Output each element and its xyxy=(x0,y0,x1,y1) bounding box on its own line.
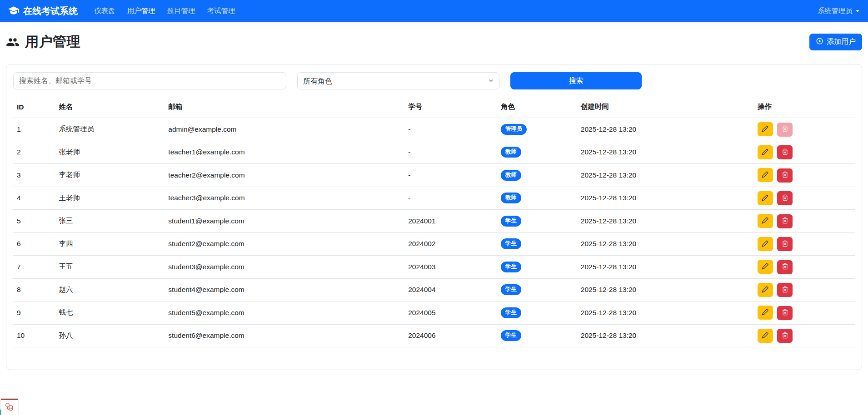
role-badge: 学生 xyxy=(501,238,521,249)
trash-icon xyxy=(782,171,788,179)
search-col xyxy=(8,72,292,89)
trash-icon xyxy=(782,125,788,133)
col-header-role: 角色 xyxy=(497,96,577,118)
cell-email: student6@example.com xyxy=(165,324,404,347)
edit-button[interactable] xyxy=(758,260,773,274)
cell-student-no: 2024001 xyxy=(404,210,497,233)
cell-name: 孙八 xyxy=(55,324,165,347)
role-select[interactable]: 所有角色 xyxy=(297,72,499,89)
nav-item-exams[interactable]: 考试管理 xyxy=(203,3,240,20)
cell-email: student5@example.com xyxy=(165,301,404,325)
search-input[interactable] xyxy=(13,72,286,89)
delete-button[interactable] xyxy=(777,214,793,228)
search-button[interactable]: 搜索 xyxy=(510,72,642,89)
cell-student-no: 2024003 xyxy=(404,256,497,279)
cell-id: 2 xyxy=(13,141,55,164)
nav-item-users[interactable]: 用户管理 xyxy=(123,3,160,20)
cell-id: 1 xyxy=(13,118,55,141)
nav-item-dashboard[interactable]: 仪表盘 xyxy=(90,3,120,20)
delete-button[interactable] xyxy=(777,260,793,274)
cell-created: 2025-12-28 13:20 xyxy=(577,187,754,210)
delete-button[interactable] xyxy=(777,191,793,205)
cell-actions xyxy=(754,232,855,256)
cell-name: 张老师 xyxy=(55,141,165,164)
edit-button[interactable] xyxy=(758,306,773,320)
search-btn-col: 搜索 xyxy=(505,72,647,89)
cell-actions xyxy=(754,210,855,233)
cell-actions xyxy=(754,278,855,301)
pencil-icon xyxy=(762,217,769,225)
trash-icon xyxy=(782,263,788,271)
col-header-id: ID xyxy=(13,96,55,118)
delete-button[interactable] xyxy=(777,145,793,159)
table-row: 8 赵六 student4@example.com 2024004 学生 202… xyxy=(13,278,855,301)
edit-button[interactable] xyxy=(758,237,773,251)
cell-role: 教师 xyxy=(497,164,577,187)
role-col: 所有角色 xyxy=(292,72,505,89)
cell-student-no: 2024005 xyxy=(404,301,497,325)
nav-item-questions[interactable]: 题目管理 xyxy=(163,3,200,20)
cell-role: 学生 xyxy=(497,324,577,347)
role-badge: 教师 xyxy=(501,193,521,203)
cell-email: student3@example.com xyxy=(165,256,404,279)
edit-button[interactable] xyxy=(758,145,773,159)
cell-id: 3 xyxy=(13,164,55,187)
table-row: 5 张三 student1@example.com 2024001 学生 202… xyxy=(13,210,855,233)
user-name: 系统管理员 xyxy=(818,6,853,16)
table-row: 10 孙八 student6@example.com 2024006 学生 20… xyxy=(13,324,855,347)
cell-id: 6 xyxy=(13,232,55,256)
edit-button[interactable] xyxy=(758,122,773,136)
cell-actions xyxy=(754,118,855,141)
cell-role: 教师 xyxy=(497,141,577,164)
laravel-logo-icon xyxy=(5,402,15,414)
cell-role: 管理员 xyxy=(497,118,577,141)
cell-id: 5 xyxy=(13,210,55,233)
cell-email: teacher1@example.com xyxy=(165,141,404,164)
pencil-icon xyxy=(762,125,769,133)
user-dropdown[interactable]: 系统管理员 xyxy=(817,3,861,20)
col-header-actions: 操作 xyxy=(754,96,855,118)
delete-button[interactable] xyxy=(777,306,793,320)
cell-student-no: 2024004 xyxy=(404,278,497,301)
delete-button[interactable] xyxy=(777,329,793,343)
plus-circle-icon xyxy=(816,37,823,47)
add-user-button[interactable]: 添加用户 xyxy=(809,34,862,50)
cell-actions xyxy=(754,141,855,164)
cell-id: 9 xyxy=(13,301,55,325)
role-badge: 教师 xyxy=(501,147,521,158)
cell-student-no: - xyxy=(404,187,497,210)
cell-actions xyxy=(754,164,855,187)
debugbar-toggle[interactable] xyxy=(1,399,18,415)
page-title-text: 用户管理 xyxy=(25,33,80,51)
cell-id: 8 xyxy=(13,278,55,301)
cell-created: 2025-12-28 13:20 xyxy=(577,164,754,187)
edit-button[interactable] xyxy=(758,329,773,343)
cell-student-no: 2024006 xyxy=(404,324,497,347)
delete-button[interactable] xyxy=(777,168,793,183)
cell-name: 王五 xyxy=(55,256,165,279)
cell-id: 4 xyxy=(13,187,55,210)
trash-icon xyxy=(782,148,788,157)
edit-button[interactable] xyxy=(758,191,773,205)
cell-name: 李四 xyxy=(55,232,165,256)
cell-email: student2@example.com xyxy=(165,232,404,256)
table-row: 9 钱七 student5@example.com 2024005 学生 202… xyxy=(13,301,855,325)
cell-created: 2025-12-28 13:20 xyxy=(577,256,754,279)
delete-button[interactable] xyxy=(777,237,793,251)
add-user-label: 添加用户 xyxy=(827,37,856,47)
cell-created: 2025-12-28 13:20 xyxy=(577,141,754,164)
delete-button[interactable] xyxy=(777,283,793,297)
trash-icon xyxy=(782,240,788,248)
role-badge: 学生 xyxy=(501,216,521,227)
cell-actions xyxy=(754,301,855,325)
filter-row: 所有角色 搜索 xyxy=(8,72,860,89)
cell-name: 张三 xyxy=(55,210,165,233)
brand-label: 在线考试系统 xyxy=(23,5,78,17)
edit-button[interactable] xyxy=(758,168,773,182)
edit-button[interactable] xyxy=(758,214,773,228)
cell-role: 学生 xyxy=(497,232,577,256)
brand[interactable]: 在线考试系统 xyxy=(8,5,78,17)
cell-name: 赵六 xyxy=(55,278,165,301)
cell-created: 2025-12-28 13:20 xyxy=(577,301,754,325)
edit-button[interactable] xyxy=(758,283,773,297)
